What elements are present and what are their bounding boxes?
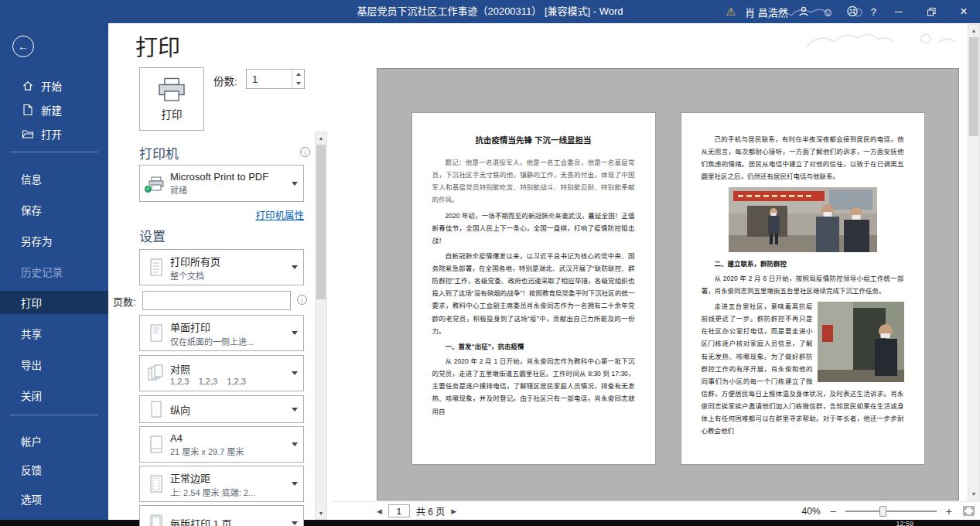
settings-scrollbar[interactable]: ▲ ▼ bbox=[315, 132, 327, 520]
warning-icon[interactable]: ⚠ bbox=[720, 0, 743, 23]
chevron-down-icon bbox=[292, 442, 298, 446]
scrollbar-thumb[interactable] bbox=[969, 37, 978, 136]
pages-per-sheet-icon bbox=[146, 514, 166, 526]
sidebar-item-label: 共享 bbox=[21, 326, 42, 341]
collated-pages-icon bbox=[146, 364, 166, 384]
spinner-buttons bbox=[292, 70, 304, 88]
printer-small-icon: ✓ bbox=[146, 176, 166, 191]
zoom-in-icon[interactable]: + bbox=[944, 505, 954, 517]
sidebar-item-new[interactable]: 新建 bbox=[0, 98, 108, 121]
restore-button[interactable] bbox=[915, 0, 948, 23]
printer-selector-dropdown[interactable]: ✓ Microsoft Print to PDF 就绪 bbox=[139, 165, 304, 202]
preview-page-2: 己的手机与居民联系，有时在半夜深夜都会接到居民的电话，他从无怨言，每次都耐心接听… bbox=[681, 112, 925, 465]
copies-stepper bbox=[246, 69, 305, 89]
page-navigation: ◀ 共 6 页 ▶ bbox=[377, 504, 456, 517]
page-title: 打印 bbox=[135, 29, 180, 62]
sidebar-item-label: 导出 bbox=[21, 357, 42, 372]
printer-info-icon[interactable]: i bbox=[300, 147, 310, 157]
zoom-slider-thumb[interactable] bbox=[879, 506, 886, 517]
duplex-dropdown[interactable]: 单面打印 仅在纸面的一侧上进... bbox=[139, 315, 304, 351]
page-count-label: 共 6 页 bbox=[416, 504, 445, 517]
doc-paragraph: 从 2020 年 2 月 1 日开始，肖永俊同志作为教科中心第一批下沉的党员，走… bbox=[432, 355, 635, 418]
scroll-up-icon[interactable]: ▲ bbox=[968, 25, 979, 36]
zoom-to-page-button[interactable] bbox=[961, 505, 975, 517]
preview-scrollbar[interactable]: ▲ ▼ bbox=[968, 24, 980, 500]
doc-paragraph-with-photo: 走进五台里社区，意味着离抗疫前线更近了一步。群防群控不再只是在社区办公室打电话，… bbox=[702, 300, 904, 438]
doc-title: 抗击疫情当先锋 下沉一线显担当 bbox=[432, 133, 635, 149]
sidebar-item-save-as[interactable]: 另存为 bbox=[0, 229, 108, 252]
preview-page-1: 抗击疫情当先锋 下沉一线显担当 题记：他是一名退役军人，他是一名工会委员，他是一… bbox=[411, 112, 656, 465]
pages-per-sheet-dropdown[interactable]: 每版打印 1 页 bbox=[139, 505, 304, 526]
sidebar-item-open[interactable]: 打开 bbox=[0, 122, 108, 145]
sidebar-item-label: 关闭 bbox=[21, 388, 42, 403]
pages-info-icon[interactable]: i bbox=[297, 295, 307, 305]
current-page-input[interactable] bbox=[388, 504, 410, 517]
close-icon: × bbox=[960, 5, 967, 18]
help-icon[interactable]: ? bbox=[865, 0, 883, 23]
sidebar-item-home[interactable]: 开始 bbox=[0, 74, 108, 97]
doc-paragraph: 2020 年初，一场不期而至的新冠肺炎来袭武汉，蔓延全国！正值新春佳节，全国人民… bbox=[432, 210, 635, 247]
smiley-feedback-icon[interactable]: ☺ bbox=[816, 0, 840, 23]
orientation-dropdown[interactable]: 纵向 bbox=[139, 395, 304, 423]
sidebar-item-print[interactable]: 打印 bbox=[0, 291, 108, 314]
frown-feedback-icon[interactable]: ☹ bbox=[840, 0, 865, 23]
pages-range-input[interactable] bbox=[142, 291, 291, 310]
zoom-percent-label[interactable]: 40% bbox=[802, 506, 821, 517]
sidebar-item-label: 开始 bbox=[41, 78, 62, 94]
previous-page-icon[interactable]: ◀ bbox=[377, 507, 382, 515]
zoom-controls: 40% − + bbox=[802, 505, 975, 517]
print-settings-panel: 打印 打印 份数: 打印机 i bbox=[108, 23, 333, 520]
sidebar-item-label: 信息 bbox=[21, 171, 42, 186]
sidebar-item-share[interactable]: 共享 bbox=[0, 322, 108, 345]
sidebar-item-account[interactable]: 帐户 bbox=[0, 429, 108, 453]
doc-epigraph: 题记：他是一名退役军人，他是一名工会委员，他是一名基层党员，下沉社区手无寸铁的他… bbox=[432, 156, 635, 207]
chevron-down-icon bbox=[292, 265, 298, 269]
collation-dropdown[interactable]: 对照 1,2,3 1,2,3 1,2,3 bbox=[139, 355, 304, 391]
paper-size-icon bbox=[146, 435, 166, 455]
sidebar-divider bbox=[10, 415, 98, 415]
minimize-button[interactable] bbox=[883, 0, 915, 23]
titlebar: 基层党员下沉社区工作事迹（20200311） [兼容模式] - Word ⚠ 肖… bbox=[0, 0, 980, 23]
zoom-slider[interactable] bbox=[845, 511, 937, 512]
home-icon bbox=[21, 80, 34, 93]
print-range-dropdown[interactable]: 打印所有页 整个文档 bbox=[139, 249, 304, 285]
user-avatar-icon[interactable] bbox=[791, 0, 816, 23]
sidebar-item-options[interactable]: 选项 bbox=[0, 487, 108, 511]
sidebar-item-label: 新建 bbox=[41, 102, 62, 118]
taskbar-clock: 12:59 bbox=[896, 521, 913, 526]
spin-down-icon[interactable] bbox=[292, 79, 304, 88]
sidebar-item-close[interactable]: 关闭 bbox=[0, 384, 108, 407]
user-name[interactable]: 肖 昌浩然 bbox=[742, 0, 791, 23]
chevron-down-icon bbox=[292, 408, 298, 412]
sidebar-item-history[interactable]: 历史记录 bbox=[0, 260, 108, 283]
scroll-down-icon[interactable]: ▼ bbox=[316, 507, 326, 519]
sidebar-item-export[interactable]: 导出 bbox=[0, 353, 108, 376]
next-page-icon[interactable]: ▶ bbox=[451, 507, 456, 515]
margins-dropdown[interactable]: 正常边距 上: 2.54 厘米 底端: 2... bbox=[139, 466, 304, 502]
zoom-out-icon[interactable]: − bbox=[828, 505, 838, 517]
pages-label: 页数: bbox=[113, 294, 136, 309]
print-button[interactable]: 打印 bbox=[139, 67, 204, 131]
printer-icon bbox=[157, 77, 186, 102]
scroll-up-icon[interactable]: ▲ bbox=[316, 132, 326, 144]
scrollbar-thumb[interactable] bbox=[316, 145, 326, 299]
copies-input[interactable] bbox=[247, 70, 292, 88]
restore-icon bbox=[927, 8, 936, 16]
sidebar-item-feedback[interactable]: 反馈 bbox=[0, 458, 108, 481]
fit-page-icon bbox=[963, 506, 975, 516]
chevron-down-icon bbox=[292, 482, 298, 486]
doc-subheading: 二、建立联系，群防群控 bbox=[702, 258, 904, 270]
margins-icon bbox=[146, 474, 166, 494]
close-button[interactable]: × bbox=[948, 0, 980, 23]
back-button[interactable]: ← bbox=[12, 36, 34, 57]
scroll-down-icon[interactable]: ▼ bbox=[968, 488, 979, 500]
spin-up-icon[interactable] bbox=[292, 70, 304, 79]
print-preview-panel: 抗击疫情当先锋 下沉一线显担当 题记：他是一名退役军人，他是一名工会委员，他是一… bbox=[333, 23, 980, 520]
sidebar-item-label: 帐户 bbox=[21, 433, 42, 449]
sidebar-item-save[interactable]: 保存 bbox=[0, 198, 108, 221]
paper-size-dropdown[interactable]: A4 21 厘米 x 29.7 厘米 bbox=[139, 426, 304, 463]
printer-properties-link[interactable]: 打印机属性 bbox=[139, 207, 304, 222]
word-backstage-print-window: 基层党员下沉社区工作事迹（20200311） [兼容模式] - Word ⚠ 肖… bbox=[0, 0, 980, 526]
sidebar-item-info[interactable]: 信息 bbox=[0, 167, 108, 190]
printer-name: Microsoft Print to PDF bbox=[170, 171, 289, 183]
